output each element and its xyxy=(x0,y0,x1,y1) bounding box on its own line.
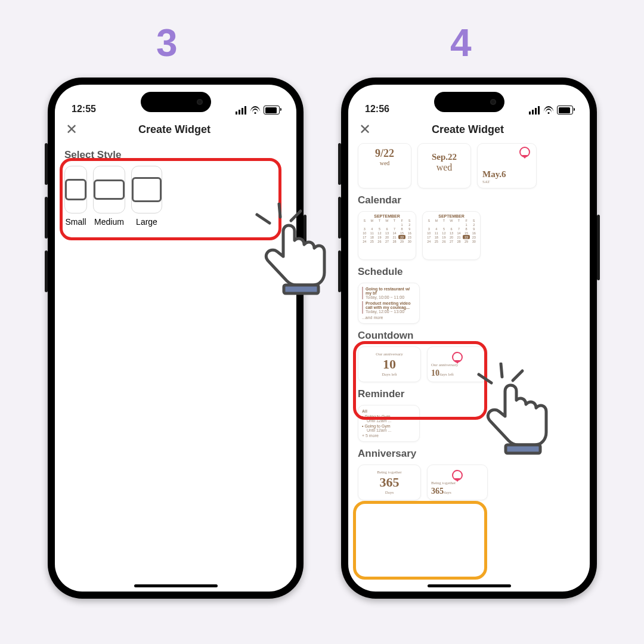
phone-frame-4: 12:56 ✕ Create Widget 9/22 wed Sep.22 xyxy=(341,78,597,599)
nav-bar: ✕ Create Widget xyxy=(55,116,296,143)
widget-anniversary-a[interactable]: Being together 365 Days xyxy=(358,465,421,500)
nav-bar: ✕ Create Widget xyxy=(348,116,590,143)
widget-date-a[interactable]: 9/22 wed xyxy=(358,143,411,188)
section-countdown: Countdown xyxy=(358,330,580,342)
cd-number: 10 xyxy=(431,369,439,377)
sched-row-time: Today, 12:00 ~ 13:00 xyxy=(366,309,404,314)
step-number-4: 4 xyxy=(450,21,472,65)
ann-number: 365 xyxy=(431,487,444,496)
widget-countdown-a[interactable]: Our anniversary 10 Days left xyxy=(358,346,421,382)
widget-date-b[interactable]: Sep.22 wed xyxy=(417,143,471,188)
date-b-day: wed xyxy=(423,162,466,173)
rem-header: All xyxy=(362,409,416,413)
sched-row-title: Going to restaurant w/ my bf xyxy=(366,287,416,295)
cd-title: Our anniversary xyxy=(363,352,416,357)
ann-title: Being together xyxy=(363,470,416,475)
step-number-3: 3 xyxy=(156,21,178,65)
widget-anniversary-b[interactable]: Being together 365days xyxy=(427,465,488,500)
style-label-small: Small xyxy=(64,217,87,227)
page-title: Create Widget xyxy=(371,123,565,136)
cal-grid: SMTWTFS 12 3456789 10111213141516 171819… xyxy=(361,218,413,243)
rem-row: Going to Gym xyxy=(364,414,390,419)
status-time: 12:55 xyxy=(72,104,96,114)
ribbon-icon xyxy=(519,147,530,157)
svg-line-5 xyxy=(501,364,502,377)
cd-unit: Days left xyxy=(363,372,416,377)
ribbon-icon xyxy=(452,352,463,363)
cal-month: SEPTEMBER xyxy=(361,214,413,218)
phone-screen-4: 12:56 ✕ Create Widget 9/22 wed Sep.22 xyxy=(348,85,590,592)
phone-screen-3: 12:55 ✕ Create Widget Select Style Small xyxy=(55,85,296,592)
style-option-small[interactable] xyxy=(64,166,87,213)
date-c-date: May.6 xyxy=(482,169,531,179)
rem-row-detail: Until 12am ... xyxy=(362,428,416,432)
widget-schedule[interactable]: Going to restaurant w/ my bfToday, 10:00… xyxy=(358,283,420,324)
section-schedule: Schedule xyxy=(358,266,580,278)
close-icon[interactable]: ✕ xyxy=(359,122,371,137)
phone-frame-3: 12:55 ✕ Create Widget Select Style Small xyxy=(48,78,304,599)
wifi-icon xyxy=(543,106,553,114)
ribbon-icon xyxy=(452,470,463,481)
style-label-large: Large xyxy=(131,217,162,227)
svg-line-2 xyxy=(291,211,301,221)
status-time: 12:56 xyxy=(365,104,389,114)
widget-calendar-a[interactable]: SEPTEMBER SMTWTFS 12 3456789 10111213141… xyxy=(358,211,416,260)
date-b-date: Sep.22 xyxy=(423,152,466,162)
date-a-date: 9/22 xyxy=(363,147,406,160)
highlight-anniversary xyxy=(353,501,487,580)
style-option-medium[interactable] xyxy=(93,166,125,213)
close-icon[interactable]: ✕ xyxy=(66,122,78,137)
wifi-icon xyxy=(250,106,260,114)
tap-pointer-icon xyxy=(255,203,345,298)
dynamic-island xyxy=(434,92,504,112)
section-select-style: Select Style xyxy=(64,149,287,161)
date-c-day: SAT xyxy=(482,179,531,184)
style-label-medium: Medium xyxy=(93,217,125,227)
svg-line-0 xyxy=(257,215,270,223)
dynamic-island xyxy=(141,92,211,112)
ann-unit: days xyxy=(444,490,451,495)
style-option-large[interactable] xyxy=(131,166,162,213)
section-calendar: Calendar xyxy=(358,194,580,206)
page-title: Create Widget xyxy=(78,123,271,136)
svg-line-6 xyxy=(513,371,522,380)
cellular-icon xyxy=(529,106,540,114)
date-a-day: wed xyxy=(363,160,406,166)
cd-number: 10 xyxy=(363,357,416,372)
sched-more: ...and more xyxy=(362,315,416,320)
cd-unit: days left xyxy=(439,372,454,377)
widget-reminder[interactable]: All • Going to GymUntil 12am ... • Going… xyxy=(358,405,420,442)
home-indicator xyxy=(428,584,511,587)
sched-row-title: Product meeting video call with my coule… xyxy=(366,301,416,309)
rem-row: Going to Gym xyxy=(364,424,390,428)
home-indicator xyxy=(134,584,218,587)
widget-calendar-b[interactable]: SEPTEMBER SMTWTFS 12 3456789 10111213141… xyxy=(422,211,481,260)
sched-row-time: Today, 10:00 ~ 11:00 xyxy=(366,295,404,299)
svg-line-4 xyxy=(479,374,491,383)
widget-date-c[interactable]: May.6 SAT xyxy=(477,143,537,188)
svg-line-1 xyxy=(279,204,280,217)
ann-number: 365 xyxy=(363,475,416,490)
cal-grid: SMTWTFS 12 3456789 10111213141516 171819… xyxy=(425,218,478,243)
rem-row-detail: Until 12am ... xyxy=(362,419,416,423)
ann-unit: Days xyxy=(363,490,416,495)
svg-rect-7 xyxy=(506,445,540,453)
cellular-icon xyxy=(236,106,246,114)
battery-icon xyxy=(557,106,573,114)
battery-icon xyxy=(264,106,280,114)
svg-rect-3 xyxy=(284,285,318,293)
rem-more: + 5 more xyxy=(362,434,416,438)
tap-pointer-icon xyxy=(477,363,566,458)
cal-month: SEPTEMBER xyxy=(425,214,478,218)
